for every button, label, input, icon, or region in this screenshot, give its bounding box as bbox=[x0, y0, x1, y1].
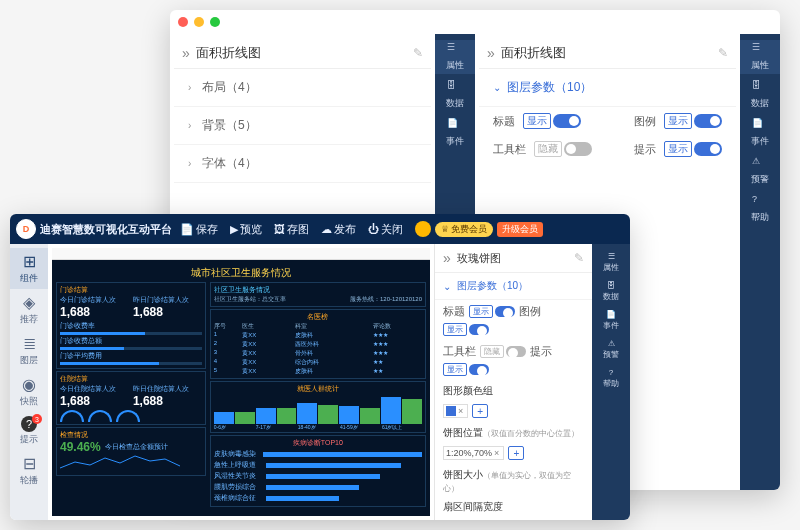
topbar: D 迪赛智慧数可视化互动平台 📄保存 ▶预览 🖼存图 ☁发布 ⏻关闭 ♕ 免费会… bbox=[10, 214, 630, 244]
chevron-down-icon: ⌄ bbox=[443, 281, 457, 292]
tool-carousel[interactable]: ⊟轮播 bbox=[10, 450, 48, 491]
dashboard-preview[interactable]: 城市社区卫生服务情况 门诊结算 今日门诊结算人次1,688 昨日门诊结算人次1,… bbox=[52, 260, 430, 516]
prop-row-1: 标题 显示 图例 显示 bbox=[435, 300, 592, 340]
max-dot[interactable] bbox=[210, 17, 220, 27]
front-right-sidebar: ☰属性 🗄数据 📄事件 ⚠预警 ?帮助 bbox=[592, 244, 630, 520]
toggle-title[interactable]: 显示 bbox=[523, 113, 581, 129]
publish-button[interactable]: ☁发布 bbox=[317, 222, 360, 237]
prop-row-2: 工具栏 隐藏 提示 显示 bbox=[479, 135, 736, 163]
panel-title-row: » 面积折线图 ✎ bbox=[479, 38, 736, 69]
close-button[interactable]: ⏻关闭 bbox=[364, 222, 407, 237]
toggle-tip[interactable]: 显示 bbox=[443, 363, 489, 376]
properties-panel: » 玫瑰饼图 ✎ ⌄ 图层参数（10） 标题 显示 图例 显示 工具栏 隐藏 提… bbox=[434, 244, 592, 520]
canvas-area: 城市社区卫生服务情况 门诊结算 今日门诊结算人次1,688 昨日门诊结算人次1,… bbox=[48, 244, 434, 520]
preview-button[interactable]: ▶预览 bbox=[226, 222, 266, 237]
side-data[interactable]: 🗄数据 bbox=[435, 78, 475, 112]
toggle-legend[interactable]: 显示 bbox=[443, 323, 489, 336]
back-right-sidebar: ☰属性 🗄数据 📄事件 ⚠预警 ?帮助 bbox=[740, 34, 780, 490]
badge: 3 bbox=[32, 414, 42, 424]
prop-row-2: 工具栏 隐藏 提示 显示 bbox=[435, 340, 592, 380]
tool-tips[interactable]: ?提示3 bbox=[10, 412, 48, 450]
toggle-title[interactable]: 显示 bbox=[469, 305, 515, 318]
pos-value[interactable]: 1:20%,70%× bbox=[443, 446, 504, 460]
avatar-icon[interactable] bbox=[415, 221, 431, 237]
side-props[interactable]: ☰属性 bbox=[592, 248, 630, 277]
save-button[interactable]: 📄保存 bbox=[176, 222, 222, 237]
side-alert[interactable]: ⚠预警 bbox=[592, 335, 630, 364]
pie-pos-label: 饼图位置（双值百分数的中心位置） bbox=[435, 422, 592, 442]
tool-snapshot[interactable]: ◉快照 bbox=[10, 371, 48, 412]
collapse-icon[interactable]: » bbox=[487, 45, 495, 61]
dashboard-title: 城市社区卫生服务情况 bbox=[56, 264, 426, 282]
toggle-tip[interactable]: 显示 bbox=[664, 141, 722, 157]
pie-pos-row: 1:20%,70%× + bbox=[435, 442, 592, 464]
accordion-layout[interactable]: › 布局 （4） bbox=[174, 69, 431, 107]
tool-layers[interactable]: ≣图层 bbox=[10, 330, 48, 371]
chevron-right-icon: › bbox=[188, 120, 202, 131]
line-chart-icon bbox=[60, 454, 202, 472]
toggle-legend[interactable]: 显示 bbox=[664, 113, 722, 129]
side-alert[interactable]: ⚠预警 bbox=[740, 154, 780, 188]
add-pos-button[interactable]: + bbox=[508, 446, 524, 460]
edit-icon[interactable]: ✎ bbox=[718, 46, 728, 60]
edit-icon[interactable]: ✎ bbox=[413, 46, 423, 60]
panel-title-row: » 面积折线图 ✎ bbox=[174, 38, 431, 69]
chevron-right-icon: › bbox=[188, 82, 202, 93]
tool-components[interactable]: ⊞组件 bbox=[10, 248, 48, 289]
remove-icon[interactable]: × bbox=[456, 406, 465, 416]
left-sidebar: ⊞组件 ◈推荐 ≣图层 ◉快照 ?提示3 ⊟轮播 bbox=[10, 244, 48, 520]
color-group-row: × + bbox=[435, 400, 592, 422]
close-dot[interactable] bbox=[178, 17, 188, 27]
app-title: 迪赛智慧数可视化互动平台 bbox=[40, 222, 172, 237]
remove-icon[interactable]: × bbox=[492, 448, 501, 458]
min-dot[interactable] bbox=[194, 17, 204, 27]
side-data[interactable]: 🗄数据 bbox=[592, 277, 630, 306]
tool-recommend[interactable]: ◈推荐 bbox=[10, 289, 48, 330]
sector-gap-label: 扇区间隔宽度 bbox=[435, 496, 592, 516]
color-group-label: 图形颜色组 bbox=[435, 380, 592, 400]
accordion-layer-params[interactable]: ⌄ 图层参数（10） bbox=[479, 69, 736, 107]
side-event[interactable]: 📄事件 bbox=[740, 116, 780, 150]
collapse-icon[interactable]: » bbox=[443, 250, 451, 266]
toggle-toolbar[interactable]: 隐藏 bbox=[480, 345, 526, 358]
ruler-top bbox=[52, 248, 430, 260]
side-props[interactable]: ☰属性 bbox=[435, 40, 475, 74]
toggle-toolbar[interactable]: 隐藏 bbox=[534, 141, 592, 157]
color-chip[interactable]: × bbox=[443, 404, 468, 418]
bar-chart bbox=[214, 394, 422, 424]
add-color-button[interactable]: + bbox=[472, 404, 488, 418]
front-window: D 迪赛智慧数可视化互动平台 📄保存 ▶预览 🖼存图 ☁发布 ⏻关闭 ♕ 免费会… bbox=[10, 214, 630, 520]
accordion-background[interactable]: › 背景 （5） bbox=[174, 107, 431, 145]
props-title-row: » 玫瑰饼图 ✎ bbox=[435, 244, 592, 273]
side-event[interactable]: 📄事件 bbox=[592, 306, 630, 335]
chevron-down-icon: ⌄ bbox=[493, 82, 507, 93]
side-help[interactable]: ?帮助 bbox=[592, 364, 630, 393]
logo-icon: D bbox=[16, 219, 36, 239]
save-image-button[interactable]: 🖼存图 bbox=[270, 222, 313, 237]
side-event[interactable]: 📄事件 bbox=[435, 116, 475, 150]
free-member-chip[interactable]: ♕ 免费会员 bbox=[435, 222, 493, 237]
collapse-icon[interactable]: » bbox=[182, 45, 190, 61]
props-title: 玫瑰饼图 bbox=[457, 251, 501, 266]
titlebar-back bbox=[170, 10, 780, 34]
side-help[interactable]: ?帮助 bbox=[740, 192, 780, 226]
side-data[interactable]: 🗄数据 bbox=[740, 78, 780, 112]
accordion-layer-params[interactable]: ⌄ 图层参数（10） bbox=[435, 273, 592, 300]
prop-row-1: 标题 显示 图例 显示 bbox=[479, 107, 736, 135]
accordion-font[interactable]: › 字体 （4） bbox=[174, 145, 431, 183]
panel-title: 面积折线图 bbox=[196, 44, 261, 62]
panel-title: 面积折线图 bbox=[501, 44, 566, 62]
chevron-right-icon: › bbox=[188, 158, 202, 169]
edit-icon[interactable]: ✎ bbox=[574, 251, 584, 265]
side-props[interactable]: ☰属性 bbox=[740, 40, 780, 74]
upgrade-chip[interactable]: 升级会员 bbox=[497, 222, 543, 237]
pie-size-label: 饼图大小（单值为实心，双值为空心） bbox=[435, 464, 592, 496]
